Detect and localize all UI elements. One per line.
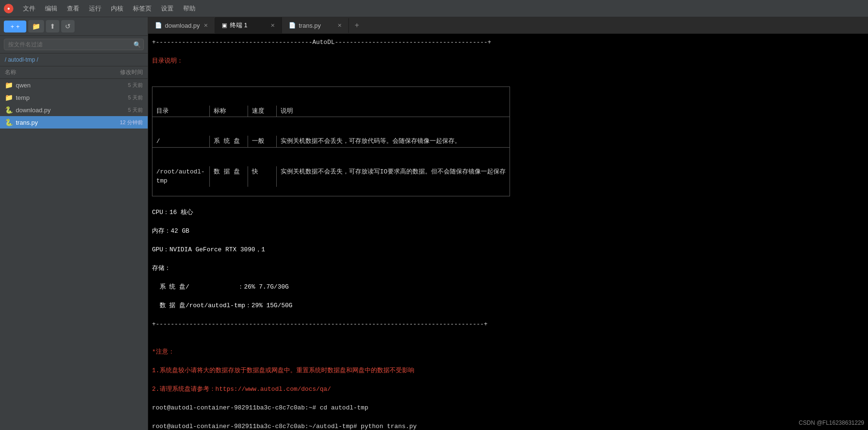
new-tab-button[interactable]: + bbox=[349, 17, 365, 33]
app-logo: ● bbox=[4, 4, 13, 13]
col-time-header: 修改时间 bbox=[120, 68, 143, 76]
folder-icon: 📁 bbox=[5, 94, 13, 101]
list-item[interactable]: 🐍 trans.py 12 分钟前 bbox=[0, 116, 148, 129]
tab-close-button[interactable]: ✕ bbox=[271, 22, 275, 29]
menu-view[interactable]: 查看 bbox=[63, 2, 83, 15]
list-item[interactable]: 🐍 download.py 5 天前 bbox=[0, 104, 148, 116]
sidebar-search-area: 🔍 bbox=[0, 36, 148, 54]
tabs-bar: 📄 download.py ✕ ▣ 终端 1 ✕ 📄 trans.py ✕ + bbox=[148, 17, 868, 34]
search-icon: 🔍 bbox=[133, 41, 141, 48]
main-area: + + 📁 ⬆ ↺ 🔍 / autodl-tmp / 名称 修改时间 📁 qwe… bbox=[0, 17, 868, 430]
file-time: 5 天前 bbox=[128, 107, 143, 114]
watermark: CSDN @FL16238631229 bbox=[799, 419, 864, 426]
tab-download-py[interactable]: 📄 download.py ✕ bbox=[148, 18, 215, 33]
menu-edit[interactable]: 编辑 bbox=[41, 2, 61, 15]
sidebar-path[interactable]: / autodl-tmp / bbox=[0, 54, 148, 66]
terminal-output[interactable]: +---------------------------------------… bbox=[148, 34, 868, 430]
menu-tabs[interactable]: 标签页 bbox=[129, 2, 155, 15]
content-area: 📄 download.py ✕ ▣ 终端 1 ✕ 📄 trans.py ✕ + … bbox=[148, 17, 868, 430]
file-name: trans.py bbox=[16, 119, 38, 126]
menu-bar: ● 文件 编辑 查看 运行 内核 标签页 设置 帮助 bbox=[0, 0, 868, 17]
tab-close-button[interactable]: ✕ bbox=[204, 22, 208, 29]
folder-button[interactable]: 📁 bbox=[28, 20, 44, 32]
col-name-header: 名称 bbox=[5, 68, 16, 76]
list-item[interactable]: 📁 temp 5 天前 bbox=[0, 91, 148, 104]
upload-button[interactable]: ⬆ bbox=[46, 20, 59, 32]
plus-icon: + bbox=[11, 23, 14, 30]
menu-settings[interactable]: 设置 bbox=[157, 2, 177, 15]
tab-trans-py[interactable]: 📄 trans.py ✕ bbox=[282, 18, 349, 33]
file-name: temp bbox=[16, 94, 30, 101]
sidebar-col-headers: 名称 修改时间 bbox=[0, 66, 148, 79]
tab-terminal-icon: ▣ bbox=[222, 22, 227, 29]
tab-file-icon: 📄 bbox=[155, 22, 162, 29]
new-button-label: + bbox=[16, 23, 20, 30]
menu-file[interactable]: 文件 bbox=[19, 2, 39, 15]
file-name: qwen bbox=[16, 82, 31, 89]
menu-kernel[interactable]: 内核 bbox=[107, 2, 127, 15]
py-file-icon: 🐍 bbox=[5, 106, 13, 114]
sidebar: + + 📁 ⬆ ↺ 🔍 / autodl-tmp / 名称 修改时间 📁 qwe… bbox=[0, 17, 148, 430]
new-file-button[interactable]: + + bbox=[4, 21, 26, 32]
tab-label: trans.py bbox=[299, 22, 321, 29]
sidebar-toolbar: + + 📁 ⬆ ↺ bbox=[0, 17, 148, 36]
py-file-icon: 🐍 bbox=[5, 118, 13, 126]
file-time: 12 分钟前 bbox=[120, 119, 143, 126]
tab-close-button[interactable]: ✕ bbox=[337, 22, 342, 29]
sidebar-files: 📁 qwen 5 天前 📁 temp 5 天前 🐍 download.py 5 … bbox=[0, 79, 148, 430]
file-time: 5 天前 bbox=[128, 94, 143, 101]
search-input[interactable] bbox=[4, 39, 144, 50]
refresh-button[interactable]: ↺ bbox=[61, 20, 75, 32]
tab-terminal-1[interactable]: ▣ 终端 1 ✕ bbox=[215, 17, 282, 33]
tab-label: 终端 1 bbox=[230, 21, 248, 30]
list-item[interactable]: 📁 qwen 5 天前 bbox=[0, 79, 148, 91]
file-time: 5 天前 bbox=[128, 82, 143, 89]
menu-help[interactable]: 帮助 bbox=[179, 2, 199, 15]
tab-file-icon: 📄 bbox=[289, 22, 296, 29]
folder-icon: 📁 bbox=[5, 81, 13, 89]
tab-label: download.py bbox=[165, 22, 200, 29]
file-name: download.py bbox=[16, 107, 51, 114]
menu-run[interactable]: 运行 bbox=[85, 2, 105, 15]
